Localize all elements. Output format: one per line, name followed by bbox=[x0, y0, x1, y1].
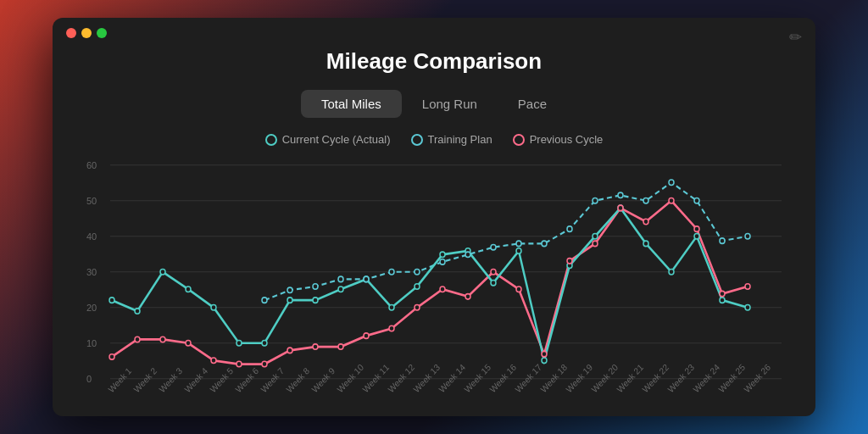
svg-point-42 bbox=[669, 180, 674, 185]
x-label-w26: Week 26 bbox=[743, 362, 772, 393]
svg-point-70 bbox=[720, 291, 725, 296]
svg-point-32 bbox=[415, 270, 420, 275]
tab-total-miles[interactable]: Total Miles bbox=[301, 90, 402, 118]
svg-point-0 bbox=[109, 298, 114, 303]
svg-point-58 bbox=[415, 305, 420, 310]
svg-point-50 bbox=[211, 358, 216, 363]
chart-container: 60 50 40 30 20 10 0 Week 1 Week 2 bbox=[86, 156, 782, 393]
legend-dot-current bbox=[265, 134, 277, 146]
svg-point-69 bbox=[694, 226, 699, 231]
svg-point-5 bbox=[236, 341, 242, 346]
svg-point-61 bbox=[491, 270, 496, 275]
y-label-10: 10 bbox=[86, 338, 97, 348]
training-plan-line bbox=[264, 182, 748, 300]
svg-point-60 bbox=[465, 294, 470, 299]
svg-point-4 bbox=[211, 305, 216, 310]
svg-point-33 bbox=[440, 259, 445, 264]
current-cycle-dots bbox=[109, 205, 750, 363]
minimize-button[interactable] bbox=[81, 28, 92, 38]
x-label-w7: Week 7 bbox=[259, 366, 286, 393]
svg-point-2 bbox=[160, 270, 165, 275]
svg-point-52 bbox=[262, 361, 267, 366]
legend-previous-cycle: Previous Cycle bbox=[513, 133, 604, 146]
x-label-w1: Week 1 bbox=[107, 366, 133, 393]
svg-point-16 bbox=[516, 248, 521, 253]
edit-icon[interactable]: ✏ bbox=[789, 28, 802, 47]
legend-dot-previous bbox=[513, 134, 525, 146]
svg-point-49 bbox=[186, 341, 191, 346]
svg-point-51 bbox=[236, 361, 242, 366]
title-bar: ✏ bbox=[53, 18, 815, 48]
svg-point-55 bbox=[338, 344, 343, 349]
svg-point-59 bbox=[440, 287, 445, 292]
svg-point-13 bbox=[440, 252, 445, 257]
y-label-20: 20 bbox=[86, 303, 97, 313]
svg-point-28 bbox=[313, 284, 318, 289]
tab-bar: Total Miles Long Run Pace bbox=[86, 90, 782, 118]
svg-point-36 bbox=[516, 241, 521, 246]
svg-point-25 bbox=[745, 305, 750, 310]
x-label-w2: Week 2 bbox=[132, 366, 159, 393]
svg-point-39 bbox=[593, 198, 598, 203]
svg-point-46 bbox=[109, 354, 114, 359]
svg-point-64 bbox=[567, 259, 572, 264]
svg-point-24 bbox=[720, 298, 725, 303]
svg-point-63 bbox=[542, 351, 547, 356]
svg-point-34 bbox=[465, 252, 470, 257]
maximize-button[interactable] bbox=[97, 28, 107, 38]
x-label-w4: Week 4 bbox=[183, 366, 209, 393]
close-button[interactable] bbox=[66, 28, 76, 38]
x-label-w5: Week 5 bbox=[209, 366, 235, 393]
svg-point-68 bbox=[669, 198, 674, 203]
svg-point-56 bbox=[364, 333, 369, 338]
traffic-lights bbox=[66, 28, 107, 38]
y-label-60: 60 bbox=[86, 160, 97, 170]
legend-label-training: Training Plan bbox=[428, 133, 492, 146]
training-plan-dots bbox=[262, 180, 750, 303]
svg-point-27 bbox=[287, 287, 292, 292]
svg-point-47 bbox=[135, 337, 140, 342]
svg-point-29 bbox=[338, 276, 343, 281]
svg-point-22 bbox=[669, 270, 674, 275]
svg-point-53 bbox=[287, 348, 292, 353]
y-label-0: 0 bbox=[86, 374, 92, 384]
tab-pace[interactable]: Pace bbox=[498, 90, 567, 118]
svg-point-30 bbox=[364, 276, 369, 281]
svg-point-54 bbox=[313, 344, 318, 349]
svg-point-37 bbox=[542, 241, 547, 246]
svg-point-66 bbox=[618, 205, 623, 210]
svg-point-44 bbox=[720, 238, 725, 243]
chart-legend: Current Cycle (Actual) Training Plan Pre… bbox=[86, 133, 782, 146]
legend-current-cycle: Current Cycle (Actual) bbox=[265, 133, 391, 146]
svg-point-23 bbox=[694, 234, 699, 239]
svg-point-40 bbox=[618, 192, 623, 198]
svg-point-31 bbox=[389, 270, 394, 275]
x-label-w9: Week 9 bbox=[310, 366, 337, 393]
svg-point-12 bbox=[415, 284, 420, 289]
x-axis-labels: Week 1 Week 2 Week 3 Week 4 Week 5 Week … bbox=[107, 362, 772, 393]
svg-point-65 bbox=[593, 241, 598, 246]
svg-point-48 bbox=[160, 337, 165, 342]
tab-long-run[interactable]: Long Run bbox=[402, 90, 498, 118]
y-label-30: 30 bbox=[86, 267, 97, 277]
svg-point-41 bbox=[643, 198, 648, 203]
svg-point-71 bbox=[745, 284, 750, 289]
x-label-w8: Week 8 bbox=[285, 366, 311, 393]
svg-point-19 bbox=[593, 234, 598, 239]
x-label-w3: Week 3 bbox=[158, 366, 184, 393]
svg-point-11 bbox=[389, 305, 394, 310]
svg-point-21 bbox=[643, 241, 648, 246]
svg-point-15 bbox=[491, 280, 496, 285]
svg-point-7 bbox=[287, 298, 292, 303]
previous-cycle-dots bbox=[109, 198, 750, 367]
svg-point-6 bbox=[262, 341, 267, 346]
svg-point-57 bbox=[389, 326, 394, 331]
svg-point-45 bbox=[745, 234, 750, 239]
page-title: Mileage Comparison bbox=[86, 48, 782, 75]
main-content: Mileage Comparison Total Miles Long Run … bbox=[53, 48, 815, 410]
legend-label-previous: Previous Cycle bbox=[530, 133, 604, 146]
svg-point-26 bbox=[262, 298, 267, 303]
svg-point-67 bbox=[643, 219, 648, 224]
x-label-w6: Week 6 bbox=[234, 366, 260, 393]
app-window: ✏ Mileage Comparison Total Miles Long Ru… bbox=[53, 18, 815, 416]
